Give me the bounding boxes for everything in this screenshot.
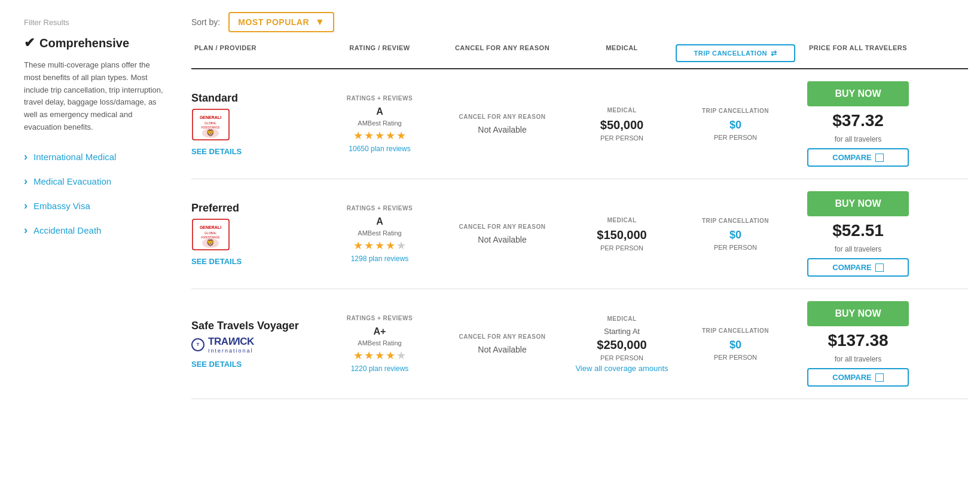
trip-per-person: PER PERSON [714, 354, 757, 361]
star-2: ★ [364, 129, 374, 142]
see-details-voyager[interactable]: SEE DETAILS [191, 360, 242, 369]
trawick-sub: International [208, 348, 254, 354]
svg-text:🦁: 🦁 [206, 128, 215, 137]
buy-now-button-preferred[interactable]: BUY NOW [807, 191, 909, 216]
trip-per-person: PER PERSON [714, 244, 757, 251]
svg-text:GENERALI: GENERALI [200, 225, 221, 229]
price-col-preferred: BUY NOW $52.51 for all travelers COMPARE [795, 191, 921, 277]
cancel-value: Not Available [478, 125, 526, 134]
sidebar-item-label: Accidental Death [33, 225, 101, 235]
medical-col-standard: MEDICAL $50,000 PER PERSON [568, 107, 676, 142]
provider-logo-generali: GENERALI GLOBAL ASSISTANCE 🦁 [191, 108, 230, 141]
star-2: ★ [364, 349, 374, 362]
sidebar-item-embassy-visa[interactable]: › Embassy Visa [24, 200, 167, 212]
sidebar-item-international-medical[interactable]: › International Medical [24, 151, 167, 163]
comprehensive-desc: These multi-coverage plans offer the mos… [24, 59, 167, 134]
cancel-col-preferred: CANCEL FOR ANY REASON Not Available [436, 223, 568, 244]
trip-header: TRIP CANCELLATION [702, 327, 769, 334]
price-amount: $37.32 [832, 111, 884, 130]
star-4: ★ [386, 239, 395, 252]
star-4: ★ [386, 349, 395, 362]
star-1: ★ [353, 349, 363, 362]
rating-col-standard: RATINGS + REVIEWS A AMBest Rating ★ ★ ★ … [323, 95, 436, 153]
th-trip-cancellation-label: TRIP CANCELLATION [694, 50, 767, 57]
sort-dropdown[interactable]: MOST POPULAR ▼ [228, 12, 334, 32]
cancel-value: Not Available [478, 235, 526, 244]
compare-label: COMPARE [832, 153, 871, 162]
sort-bar: Sort by: MOST POPULAR ▼ [191, 12, 968, 32]
star-rating: ★ ★ ★ ★ ★ [353, 239, 406, 252]
sidebar: Filter Results ✔ Comprehensive These mul… [0, 0, 185, 478]
rating-header: RATINGS + REVIEWS [347, 205, 413, 212]
cancel-value: Not Available [478, 345, 526, 354]
price-amount: $137.38 [828, 331, 888, 350]
compare-button-preferred[interactable]: COMPARE [807, 258, 909, 277]
chevron-right-icon: › [24, 224, 28, 237]
star-5: ★ [396, 129, 406, 142]
medical-per-person: PER PERSON [600, 134, 643, 142]
ambest-rating: A+ [374, 326, 386, 337]
buy-now-button-voyager[interactable]: BUY NOW [807, 301, 909, 326]
trip-per-person: PER PERSON [714, 134, 757, 141]
view-coverage-link[interactable]: View all coverage amounts [575, 364, 668, 373]
medical-per-person: PER PERSON [600, 244, 643, 252]
chevron-right-icon: › [24, 200, 28, 212]
th-plan: PLAN / PROVIDER [191, 44, 323, 62]
rating-col-voyager: RATINGS + REVIEWS A+ AMBest Rating ★ ★ ★… [323, 315, 436, 373]
star-3: ★ [375, 349, 384, 362]
medical-header: MEDICAL [607, 107, 636, 114]
see-details-preferred[interactable]: SEE DETAILS [191, 257, 242, 266]
chevron-right-icon: › [24, 151, 28, 163]
trip-col-preferred: TRIP CANCELLATION $0 PER PERSON [676, 217, 795, 251]
for-all-travelers: for all travelers [835, 135, 882, 143]
rating-header: RATINGS + REVIEWS [347, 315, 413, 321]
reviews-link[interactable]: 1298 plan reviews [351, 255, 409, 263]
star-1: ★ [353, 129, 363, 142]
sidebar-item-medical-evacuation[interactable]: › Medical Evacuation [24, 175, 167, 188]
comprehensive-header: ✔ Comprehensive [24, 35, 167, 51]
trawick-name: TRAWICK [208, 336, 254, 348]
trip-col-standard: TRIP CANCELLATION $0 PER PERSON [676, 108, 795, 141]
table-row: Safe Travels Voyager T TRAWICK Internati… [191, 289, 968, 399]
for-all-travelers: for all travelers [835, 245, 882, 253]
svg-text:GENERALI: GENERALI [200, 115, 221, 120]
sort-value: MOST POPULAR [238, 17, 309, 27]
ambest-label: AMBest Rating [358, 120, 401, 127]
check-icon: ✔ [24, 35, 35, 51]
sidebar-item-label: International Medical [33, 152, 116, 162]
th-cancel: CANCEL FOR ANY REASON [436, 44, 568, 62]
comprehensive-label: Comprehensive [39, 36, 129, 50]
sidebar-item-label: Embassy Visa [33, 201, 90, 211]
cancel-col-standard: CANCEL FOR ANY REASON Not Available [436, 114, 568, 134]
medical-amount: $250,000 [597, 338, 646, 352]
medical-header: MEDICAL [607, 217, 636, 223]
svg-text:GLOBAL: GLOBAL [204, 121, 216, 125]
medical-starting: Starting At [604, 327, 640, 336]
compare-button-voyager[interactable]: COMPARE [807, 368, 909, 387]
see-details-standard[interactable]: SEE DETAILS [191, 147, 242, 156]
svg-text:🦁: 🦁 [206, 238, 215, 247]
price-amount: $52.51 [832, 221, 884, 240]
filter-title: Filter Results [24, 18, 167, 27]
medical-header: MEDICAL [607, 315, 636, 322]
sidebar-item-accidental-death[interactable]: › Accidental Death [24, 224, 167, 237]
reviews-link[interactable]: 1220 plan reviews [351, 364, 409, 373]
sidebar-item-label: Medical Evacuation [33, 176, 111, 186]
th-trip-cancellation[interactable]: TRIP CANCELLATION ⇄ [676, 44, 795, 62]
star-2: ★ [364, 239, 374, 252]
price-col-standard: BUY NOW $37.32 for all travelers COMPARE [795, 81, 921, 167]
sidebar-nav: › International Medical › Medical Evacua… [24, 151, 167, 237]
plan-name: Preferred [191, 202, 239, 215]
th-rating: RATING / REVIEW [323, 44, 436, 62]
star-1: ★ [353, 239, 363, 252]
generali-logo-svg-2: GENERALI GLOBAL ASSISTANCE 🦁 [191, 218, 230, 251]
compare-button-standard[interactable]: COMPARE [807, 148, 909, 167]
buy-now-button-standard[interactable]: BUY NOW [807, 81, 909, 106]
compare-checkbox [875, 263, 884, 272]
reviews-link[interactable]: 10650 plan reviews [349, 145, 410, 153]
star-rating: ★ ★ ★ ★ ★ [353, 129, 406, 142]
medical-amount: $150,000 [597, 228, 646, 242]
rating-header: RATINGS + REVIEWS [347, 95, 413, 102]
plan-info-standard: Standard GENERALI GLOBAL ASSISTANCE 🦁 SE… [191, 92, 323, 156]
medical-amount: $50,000 [600, 118, 643, 132]
